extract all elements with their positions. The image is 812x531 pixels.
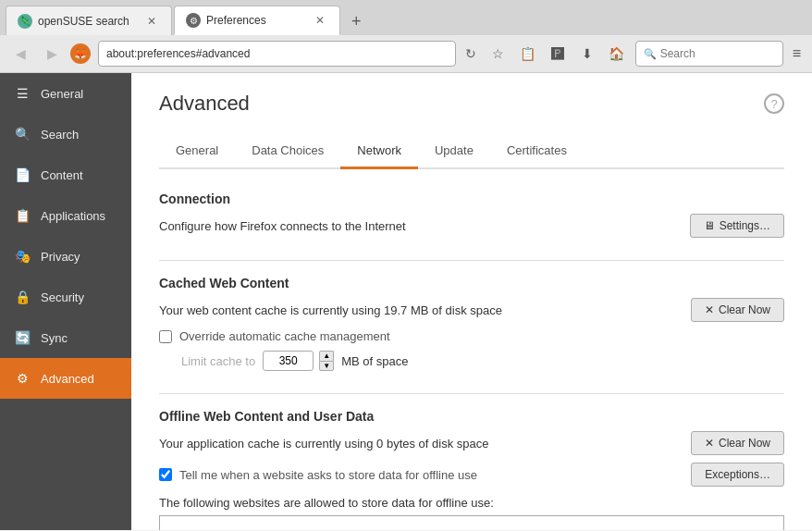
sidebar-item-general[interactable]: ☰ General	[0, 73, 131, 114]
connection-section: Connection Configure how Firefox connect…	[159, 191, 784, 238]
connection-title: Connection	[159, 191, 784, 206]
tab-general[interactable]: General	[159, 134, 235, 169]
new-tab-button[interactable]: +	[342, 8, 371, 35]
content-icon: 📄	[13, 166, 31, 184]
opensuse-tab-close[interactable]: ✕	[143, 13, 160, 30]
offline-section: Offline Web Content and User Data Your a…	[159, 409, 784, 530]
opensuse-tab-icon: 🦎	[18, 14, 32, 29]
allowed-websites-list	[159, 515, 784, 530]
offline-clear-button[interactable]: ✕ Clear Now	[691, 431, 784, 455]
advanced-icon: ⚙	[13, 369, 31, 388]
main-layout: ☰ General 🔍 Search 📄 Content 📋 Applicati…	[0, 73, 812, 530]
sidebar-label-applications: Applications	[41, 209, 105, 223]
help-icon[interactable]: ?	[764, 93, 784, 114]
tab-opensuse[interactable]: 🦎 openSUSE search ✕	[6, 6, 172, 35]
tab-network[interactable]: Network	[340, 134, 418, 169]
bookmark-star-icon[interactable]: ☆	[486, 41, 511, 67]
tell-me-checkbox-row: Tell me when a website asks to store dat…	[159, 468, 477, 482]
page-title-row: Advanced ?	[159, 92, 784, 116]
cached-row: Your web content cache is currently usin…	[159, 298, 784, 322]
reload-button[interactable]: ↻	[461, 46, 480, 61]
search-bar[interactable]: 🔍	[635, 41, 783, 67]
sidebar: ☰ General 🔍 Search 📄 Content 📋 Applicati…	[0, 73, 131, 530]
connection-description: Configure how Firefox connects to the In…	[159, 219, 690, 233]
search-nav-icon: 🔍	[13, 125, 31, 143]
sidebar-item-sync[interactable]: 🔄 Sync	[0, 317, 131, 358]
sidebar-item-advanced[interactable]: ⚙ Advanced	[0, 358, 131, 399]
clear-cached-icon: ✕	[705, 303, 714, 316]
cached-title: Cached Web Content	[159, 276, 784, 290]
applications-icon: 📋	[13, 206, 31, 225]
nav-bar: ◀ ▶ 🦊 about:preferences#advanced ↻ ☆ 📋 🅿…	[0, 35, 812, 73]
cached-clear-button[interactable]: ✕ Clear Now	[691, 298, 784, 322]
cached-web-content-section: Cached Web Content Your web content cach…	[159, 276, 784, 371]
privacy-icon: 🎭	[13, 247, 31, 266]
synced-tabs-icon[interactable]: 📋	[515, 41, 541, 67]
override-cache-checkbox[interactable]	[159, 330, 172, 343]
offline-row: Your application cache is currently usin…	[159, 431, 784, 455]
sidebar-label-search: Search	[41, 128, 79, 142]
url-bar[interactable]: about:preferences#advanced	[98, 41, 456, 67]
download-icon[interactable]: ⬇	[574, 41, 600, 67]
spin-down-button[interactable]: ▼	[319, 361, 334, 371]
tell-me-label[interactable]: Tell me when a website asks to store dat…	[179, 468, 477, 482]
browser-chrome: 🦎 openSUSE search ✕ ⚙ Preferences ✕ + ◀ …	[0, 0, 812, 73]
exceptions-button[interactable]: Exceptions…	[691, 463, 784, 487]
sidebar-label-content: Content	[41, 168, 83, 182]
override-cache-label[interactable]: Override automatic cache management	[179, 329, 390, 343]
pocket-icon[interactable]: 🅿	[545, 41, 571, 67]
tab-update[interactable]: Update	[418, 134, 490, 169]
sidebar-item-privacy[interactable]: 🎭 Privacy	[0, 236, 131, 277]
menu-button[interactable]: ≡	[789, 45, 805, 62]
preferences-tab-close[interactable]: ✕	[312, 12, 328, 29]
limit-cache-spinner: ▲ ▼	[319, 351, 334, 371]
limit-cache-label: Limit cache to	[181, 354, 255, 368]
tab-bar: 🦎 openSUSE search ✕ ⚙ Preferences ✕ +	[0, 0, 812, 35]
settings-tabs: General Data Choices Network Update Cert…	[159, 134, 784, 169]
page-title: Advanced	[159, 92, 250, 116]
connection-settings-button[interactable]: 🖥 Settings…	[690, 214, 784, 238]
sidebar-item-search[interactable]: 🔍 Search	[0, 114, 131, 154]
home-icon[interactable]: 🏠	[604, 41, 630, 67]
sidebar-item-security[interactable]: 🔒 Security	[0, 277, 131, 317]
tell-me-checkbox[interactable]	[159, 468, 172, 481]
content-area: Advanced ? General Data Choices Network …	[131, 73, 812, 530]
sidebar-item-applications[interactable]: 📋 Applications	[0, 195, 131, 236]
sidebar-label-general: General	[41, 87, 83, 101]
limit-cache-input[interactable]	[263, 351, 314, 371]
toolbar-icons: ☆ 📋 🅿 ⬇ 🏠	[486, 41, 630, 67]
tab-data-choices[interactable]: Data Choices	[235, 134, 340, 169]
firefox-icon: 🦊	[70, 43, 91, 64]
offline-title: Offline Web Content and User Data	[159, 409, 784, 424]
override-cache-row: Override automatic cache management	[159, 329, 784, 343]
spin-up-button[interactable]: ▲	[319, 351, 334, 361]
sidebar-label-privacy: Privacy	[41, 250, 80, 264]
tab-preferences[interactable]: ⚙ Preferences ✕	[174, 6, 340, 35]
divider-1	[159, 260, 784, 261]
settings-btn-icon: 🖥	[704, 219, 715, 232]
offline-description: Your application cache is currently usin…	[159, 437, 691, 451]
tell-me-row: Tell me when a website asks to store dat…	[159, 463, 784, 487]
sidebar-label-security: Security	[41, 290, 84, 304]
search-input[interactable]	[660, 47, 775, 60]
security-icon: 🔒	[13, 288, 31, 306]
cached-description: Your web content cache is currently usin…	[159, 303, 691, 317]
limit-cache-row: Limit cache to ▲ ▼ MB of space	[181, 351, 784, 371]
preferences-tab-label: Preferences	[206, 14, 266, 27]
search-icon: 🔍	[644, 48, 657, 60]
url-text: about:preferences#advanced	[106, 47, 448, 60]
sidebar-label-sync: Sync	[41, 331, 68, 345]
forward-button[interactable]: ▶	[39, 41, 65, 67]
sidebar-item-content[interactable]: 📄 Content	[0, 154, 131, 195]
back-button[interactable]: ◀	[7, 41, 33, 67]
mb-label: MB of space	[341, 354, 408, 368]
allowed-websites-label: The following websites are allowed to st…	[159, 496, 784, 510]
preferences-tab-icon: ⚙	[186, 13, 201, 28]
clear-offline-icon: ✕	[705, 437, 714, 450]
opensuse-tab-label: openSUSE search	[38, 15, 129, 28]
tab-certificates[interactable]: Certificates	[490, 134, 584, 169]
connection-row: Configure how Firefox connects to the In…	[159, 214, 784, 238]
sidebar-label-advanced: Advanced	[41, 372, 94, 386]
divider-2	[159, 393, 784, 394]
sync-icon: 🔄	[13, 328, 31, 347]
